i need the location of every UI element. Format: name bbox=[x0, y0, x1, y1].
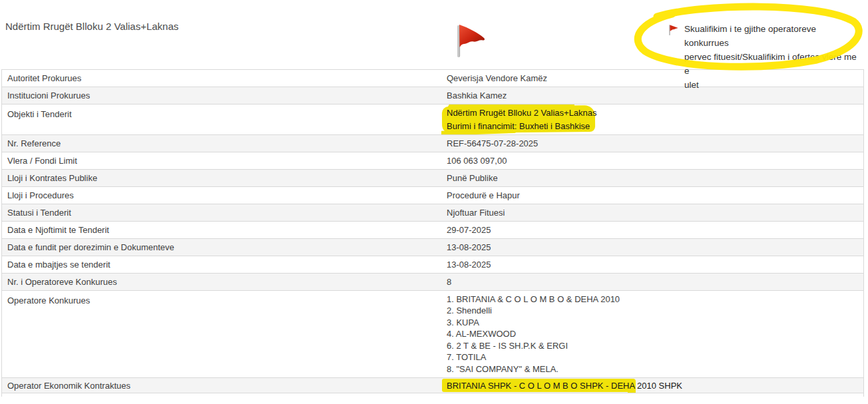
field-label: Lloji i Kontrates Publike bbox=[2, 170, 442, 187]
operator-item: 6. 2 T & BE - IS SH.P.K & ERGI bbox=[447, 340, 858, 352]
table-row: Data e Njoftimit te Tenderit 29-07-2025 bbox=[2, 222, 864, 239]
page-title: Ndërtim Rrugët Blloku 2 Valias+Laknas bbox=[5, 21, 178, 32]
note-red-flag-icon bbox=[668, 24, 680, 36]
page-header: Ndërtim Rrugët Blloku 2 Valias+Laknas Sk… bbox=[0, 0, 868, 69]
field-label: Nr. Reference bbox=[2, 135, 442, 152]
table-row: Nr. Reference REF-56475-07-28-2025 bbox=[2, 135, 864, 152]
table-row: Autoritet Prokurues Qeverisja Vendore Ka… bbox=[2, 70, 864, 87]
table-row: Lloji i Kontrates Publike Punë Publike bbox=[2, 170, 864, 187]
value-line: Ndërtim Rrugët Blloku 2 Valias+Laknas bbox=[447, 106, 858, 120]
field-label: Statusi i Tenderit bbox=[2, 204, 442, 222]
operator-item: 3. KUPA bbox=[447, 317, 858, 329]
contractor-value: BRITANIA SHPK - C O L O M B O SHPK - DEH… bbox=[447, 381, 682, 391]
table-row: Statusi i Tenderit Njoftuar Fituesi bbox=[2, 204, 864, 222]
table-row: Data e fundit per dorezimin e Dokumentev… bbox=[2, 239, 864, 256]
field-value: 13-08-2025 bbox=[441, 256, 864, 274]
field-value: Bashkia Kamez bbox=[441, 87, 864, 104]
field-label: Objekti i Tenderit bbox=[2, 104, 442, 135]
field-value: 1. BRITANIA & C O L O M B O & DEHA 2010 … bbox=[441, 291, 864, 378]
table-row: Lloji i Procedures Procedurë e Hapur bbox=[2, 187, 864, 204]
field-value: BRITANIA SHPK - C O L O M B O SHPK - DEH… bbox=[441, 378, 864, 393]
field-value: 8 bbox=[441, 274, 864, 291]
field-value: Qeverisja Vendore Kamëz bbox=[441, 70, 864, 87]
red-flag-icon bbox=[453, 20, 487, 59]
field-label: Nr. i Operatoreve Konkurues bbox=[2, 274, 442, 291]
table-row: Nr. i Operatoreve Konkurues 8 bbox=[2, 274, 864, 291]
field-value: 13-08-2025 bbox=[441, 239, 864, 256]
operator-item: 2. Shendelli bbox=[447, 305, 858, 317]
table-row: Vlera / Fondi Limit 106 063 097,00 bbox=[2, 152, 864, 170]
field-value: Punë Publike bbox=[441, 170, 864, 187]
field-label: Vlera / Fondi Limit bbox=[2, 152, 442, 170]
field-label: Autoritet Prokurues bbox=[2, 70, 442, 87]
field-value: 29-07-2025 bbox=[441, 222, 864, 239]
operator-item: 4. AL-MEXWOOD bbox=[447, 328, 858, 340]
table-row: Operatore Konkurues 1. BRITANIA & C O L … bbox=[2, 291, 864, 378]
field-value: Ndërtim Rrugët Blloku 2 Valias+Laknas Bu… bbox=[441, 104, 864, 135]
field-value: 106 063 097,00 bbox=[441, 152, 864, 170]
table-row: Data e mbajtjes se tenderit 13-08-2025 bbox=[2, 256, 864, 274]
field-label: Lloji i Procedures bbox=[2, 187, 442, 204]
field-label: Data e fundit per dorezimin e Dokumentev… bbox=[2, 239, 442, 256]
note-line: Skualifikim i te gjithe operatoreve konk… bbox=[684, 22, 863, 50]
table-row: Institucioni Prokurues Bashkia Kamez bbox=[2, 87, 864, 104]
table-row: Objekti i Tenderit Ndërtim Rrugët Blloku… bbox=[2, 104, 864, 135]
operator-item: 1. BRITANIA & C O L O M B O & DEHA 2010 bbox=[447, 294, 858, 305]
field-value: REF-56475-07-28-2025 bbox=[441, 135, 864, 152]
tender-details-table: Autoritet Prokurues Qeverisja Vendore Ka… bbox=[1, 69, 864, 397]
field-label: Data e Njoftimit te Tenderit bbox=[2, 222, 442, 239]
operator-item: 7. TOTILA bbox=[447, 351, 858, 363]
table-row: Operator Ekonomik Kontraktues BRITANIA S… bbox=[2, 378, 864, 393]
value-line: Burimi i financimit: Buxheti i Bashkise bbox=[447, 120, 858, 133]
field-label: Institucioni Prokurues bbox=[2, 87, 442, 104]
field-value: Procedurë e Hapur bbox=[441, 187, 864, 204]
operator-item: 8. "SAI COMPANY" & MELA. bbox=[447, 363, 858, 375]
table-row-partial bbox=[2, 393, 864, 397]
field-label: Operator Ekonomik Kontraktues bbox=[2, 378, 442, 393]
field-value: Njoftuar Fituesi bbox=[441, 204, 864, 222]
field-label: Data e mbajtjes se tenderit bbox=[2, 256, 442, 274]
field-label: Operatore Konkurues bbox=[2, 291, 442, 378]
